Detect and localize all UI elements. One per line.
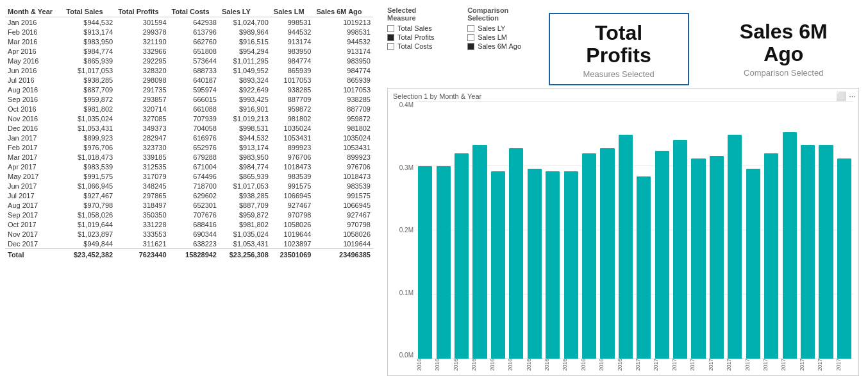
legend-item[interactable]: Total Sales <box>387 24 442 32</box>
table-cell: 688416 <box>169 219 219 229</box>
table-cell: 661088 <box>169 104 219 114</box>
legend-item[interactable]: Total Profits <box>387 33 442 41</box>
table-cell: 297865 <box>115 191 169 200</box>
table-cell: 317079 <box>115 171 169 181</box>
selected-measure-legend: Selected Measure Total SalesTotal Profit… <box>387 6 442 51</box>
bar <box>710 156 724 359</box>
x-axis-label: 2016 <box>489 359 507 372</box>
table-cell: $998,531 <box>219 123 271 133</box>
bar-group[interactable] <box>653 101 671 359</box>
bar-group[interactable] <box>562 101 580 359</box>
table-cell: $989,964 <box>219 27 271 37</box>
table-cell: Apr 2017 <box>5 162 63 171</box>
table-cell: 350350 <box>115 210 169 219</box>
table-footer: Total$23,452,382762344015828942$23,256,3… <box>5 249 373 260</box>
bar-group[interactable] <box>580 101 598 359</box>
table-row: May 2017$991,575317079674496$865,9399835… <box>5 171 373 181</box>
table-cell: 321190 <box>115 37 169 46</box>
table-row: Mar 2016$983,950321190662760$916,5159131… <box>5 37 373 46</box>
table-cell: 887709 <box>313 104 373 114</box>
table-cell: $887,709 <box>219 200 271 210</box>
bar <box>801 145 815 359</box>
chart-y-axis: 0.4M0.3M0.2M0.1M0.0M <box>393 101 416 372</box>
bar-group[interactable] <box>434 101 452 359</box>
x-axis-label: 2016 <box>453 359 471 372</box>
table-cell: 642938 <box>169 17 219 28</box>
table-cell: 688733 <box>169 65 219 75</box>
bar-group[interactable] <box>726 101 744 359</box>
bar-group[interactable] <box>471 101 488 359</box>
x-axis-label: 2016 <box>617 359 635 372</box>
table-cell: Sep 2017 <box>5 210 63 219</box>
legend-col: Selected Measure Total SalesTotal Profit… <box>387 6 536 85</box>
table-cell: $981,802 <box>63 104 115 114</box>
table-cell: 1017053 <box>313 85 373 94</box>
table-cell: 690344 <box>169 229 219 239</box>
bar-group[interactable] <box>835 101 853 359</box>
legend-item[interactable]: Total Costs <box>387 42 442 50</box>
bar-group[interactable] <box>780 101 798 359</box>
legend-item[interactable]: Sales LY <box>467 24 535 32</box>
table-cell: 333553 <box>115 229 169 239</box>
bar-group[interactable] <box>744 101 762 359</box>
bar-group[interactable] <box>453 101 471 359</box>
table-cell: Jan 2017 <box>5 133 63 142</box>
bar-group[interactable] <box>489 101 507 359</box>
menu-icon[interactable]: ··· <box>849 91 856 101</box>
bar-group[interactable] <box>635 101 653 359</box>
table-cell: 652301 <box>169 200 219 210</box>
table-cell: 299378 <box>115 27 169 37</box>
table-footer-cell: 15828942 <box>169 249 219 260</box>
expand-icon[interactable]: ⬜ <box>836 91 846 101</box>
bar-group[interactable] <box>544 101 562 359</box>
x-axis-label: 2017 <box>708 359 726 372</box>
table-cell: Jul 2016 <box>5 75 63 85</box>
table-cell: 927467 <box>313 210 373 219</box>
x-axis-label: 2017 <box>835 359 853 372</box>
selected-measure-title: Selected Measure <box>387 6 442 22</box>
table-cell: 320714 <box>115 104 169 114</box>
table-cell: 865939 <box>271 65 314 75</box>
bar-group[interactable] <box>689 101 707 359</box>
bar-group[interactable] <box>617 101 635 359</box>
x-axis-label: 2016 <box>580 359 598 372</box>
legend-label: Total Profits <box>397 33 434 41</box>
table-cell: 331228 <box>115 219 169 229</box>
legend-item[interactable]: Sales LM <box>467 33 535 41</box>
table-row: Jul 2017$927,467297865629602$938,2851066… <box>5 191 373 200</box>
table-cell: 301594 <box>115 17 169 28</box>
table-cell: 662760 <box>169 37 219 46</box>
legend-checkbox <box>467 43 474 50</box>
bar-group[interactable] <box>708 101 726 359</box>
legend-checkbox <box>387 43 394 50</box>
table-header-cell: Sales 6M Ago <box>313 6 373 17</box>
table-cell: 959872 <box>271 104 314 114</box>
bar-group[interactable] <box>762 101 780 359</box>
bar-group[interactable] <box>671 101 689 359</box>
table-cell: 1019644 <box>271 229 314 239</box>
bar-group[interactable] <box>817 101 835 359</box>
table-cell: 976706 <box>271 152 314 162</box>
bar-group[interactable] <box>526 101 544 359</box>
bar-group[interactable] <box>416 101 434 359</box>
table-cell: $1,017,053 <box>63 65 115 75</box>
table-cell: 1017053 <box>271 75 314 85</box>
table-cell: $913,174 <box>219 142 271 152</box>
table-cell: 666015 <box>169 94 219 104</box>
table-cell: 629602 <box>169 191 219 200</box>
table-cell: 976706 <box>313 162 373 171</box>
legend-item[interactable]: Sales 6M Ago <box>467 42 535 50</box>
table-cell: 291735 <box>115 85 169 94</box>
table-cell: $1,023,897 <box>63 229 115 239</box>
table-cell: $938,285 <box>63 75 115 85</box>
x-axis-label: 2017 <box>817 359 835 372</box>
bar-group[interactable] <box>799 101 817 359</box>
table-cell: Sep 2016 <box>5 94 63 104</box>
measure-sub-label: Measures Selected <box>565 69 672 79</box>
bar-group[interactable] <box>507 101 525 359</box>
table-cell: $927,467 <box>63 191 115 200</box>
y-axis-label: 0.2M <box>393 226 413 234</box>
bar <box>837 158 851 359</box>
bar-group[interactable] <box>598 101 616 359</box>
table-cell: 887709 <box>271 94 314 104</box>
